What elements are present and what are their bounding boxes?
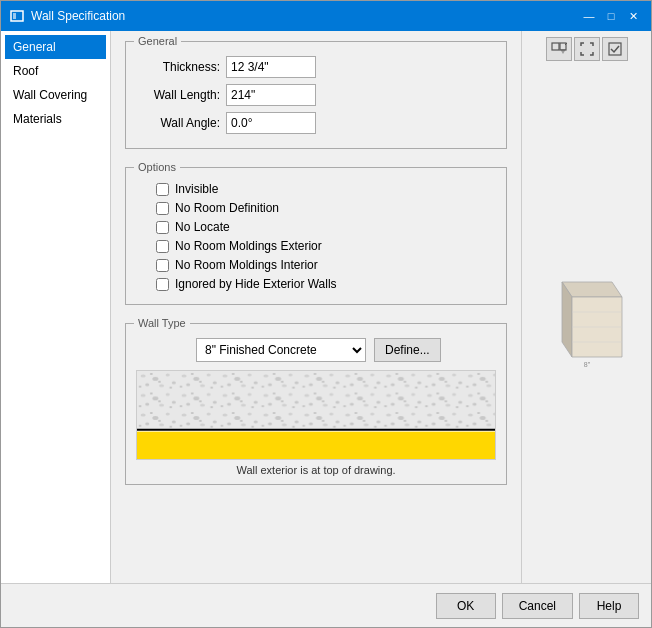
wall-angle-input[interactable]: [226, 112, 316, 134]
close-button[interactable]: ✕: [623, 6, 643, 26]
wall-angle-label: Wall Angle:: [136, 116, 226, 130]
svg-marker-21: [562, 282, 622, 297]
checkbox-invisible: Invisible: [136, 182, 496, 196]
right-toolbar: [546, 37, 628, 61]
wall-length-input[interactable]: [226, 84, 316, 106]
define-button[interactable]: Define...: [374, 338, 441, 362]
wall-diagram: [136, 370, 496, 460]
wall-length-row: Wall Length:: [136, 84, 496, 106]
no-room-def-checkbox[interactable]: [156, 202, 169, 215]
svg-rect-15: [137, 432, 495, 459]
minimize-button[interactable]: —: [579, 6, 599, 26]
no-room-def-label: No Room Definition: [175, 201, 279, 215]
dialog-title: Wall Specification: [31, 9, 125, 23]
svg-rect-0: [11, 11, 23, 21]
diagram-caption: Wall exterior is at top of drawing.: [136, 464, 496, 476]
concrete-layer-svg: [137, 371, 495, 459]
options-section: Options Invisible No Room Definition No …: [125, 167, 507, 305]
checkbox-no-locate: No Locate: [136, 220, 496, 234]
sidebar-item-general[interactable]: General: [5, 35, 106, 59]
invisible-checkbox[interactable]: [156, 183, 169, 196]
dialog-body: General Roof Wall Covering Materials Gen…: [1, 31, 651, 583]
wall-3d-preview: 8": [542, 272, 632, 372]
general-section-title: General: [134, 35, 181, 47]
wall-type-row: 8" Finished Concrete 6" Finished Concret…: [136, 338, 496, 362]
wall-type-section: Wall Type 8" Finished Concrete 6" Finish…: [125, 323, 507, 485]
sidebar-item-roof[interactable]: Roof: [5, 59, 106, 83]
checkbox-no-room-mol-int: No Room Moldings Interior: [136, 258, 496, 272]
invisible-label: Invisible: [175, 182, 218, 196]
svg-rect-16: [552, 43, 559, 50]
thickness-row: Thickness:: [136, 56, 496, 78]
fit-button[interactable]: [574, 37, 600, 61]
options-section-title: Options: [134, 161, 180, 173]
ignored-hide-label: Ignored by Hide Exterior Walls: [175, 277, 337, 291]
check-button[interactable]: [602, 37, 628, 61]
wall-length-label: Wall Length:: [136, 88, 226, 102]
no-room-mol-int-label: No Room Moldings Interior: [175, 258, 318, 272]
no-room-mol-int-checkbox[interactable]: [156, 259, 169, 272]
maximize-button[interactable]: □: [601, 6, 621, 26]
sidebar-item-materials[interactable]: Materials: [5, 107, 106, 131]
ignored-hide-checkbox[interactable]: [156, 278, 169, 291]
svg-rect-17: [560, 43, 566, 50]
dialog-icon: [9, 8, 25, 24]
title-bar: Wall Specification — □ ✕: [1, 1, 651, 31]
thickness-input[interactable]: [226, 56, 316, 78]
no-room-mol-ext-checkbox[interactable]: [156, 240, 169, 253]
no-locate-label: No Locate: [175, 220, 230, 234]
svg-rect-1: [13, 13, 16, 19]
preview-area: 8": [542, 67, 632, 577]
checkbox-no-room-mol-ext: No Room Moldings Exterior: [136, 239, 496, 253]
no-locate-checkbox[interactable]: [156, 221, 169, 234]
general-section: General Thickness: Wall Length: Wall Ang…: [125, 41, 507, 149]
wall-type-select[interactable]: 8" Finished Concrete 6" Finished Concret…: [196, 338, 366, 362]
checkbox-ignored-hide: Ignored by Hide Exterior Walls: [136, 277, 496, 291]
title-controls: — □ ✕: [579, 6, 643, 26]
ok-button[interactable]: OK: [436, 593, 496, 619]
svg-text:8": 8": [583, 361, 590, 368]
dialog-wall-specification: Wall Specification — □ ✕ General Roof Wa…: [0, 0, 652, 628]
main-content: General Thickness: Wall Length: Wall Ang…: [111, 31, 521, 583]
view-mode-button[interactable]: [546, 37, 572, 61]
cancel-button[interactable]: Cancel: [502, 593, 573, 619]
title-bar-left: Wall Specification: [9, 8, 125, 24]
no-room-mol-ext-label: No Room Moldings Exterior: [175, 239, 322, 253]
svg-marker-19: [560, 49, 566, 54]
help-button[interactable]: Help: [579, 593, 639, 619]
sidebar-item-wall-covering[interactable]: Wall Covering: [5, 83, 106, 107]
dialog-footer: OK Cancel Help: [1, 583, 651, 627]
thickness-label: Thickness:: [136, 60, 226, 74]
wall-type-section-title: Wall Type: [134, 317, 190, 329]
right-panel: 8": [521, 31, 651, 583]
svg-rect-20: [609, 43, 621, 55]
svg-rect-13: [137, 371, 495, 430]
wall-angle-row: Wall Angle:: [136, 112, 496, 134]
checkbox-no-room-def: No Room Definition: [136, 201, 496, 215]
sidebar: General Roof Wall Covering Materials: [1, 31, 111, 583]
